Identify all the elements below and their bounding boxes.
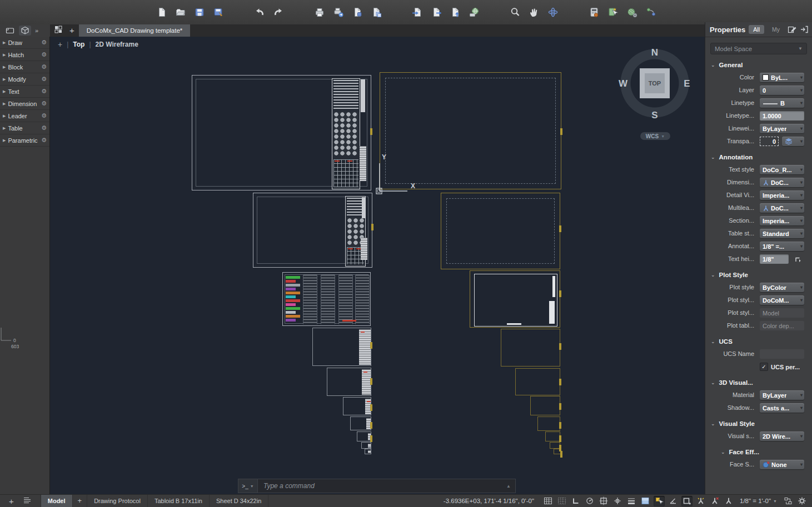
save-as-button[interactable]: [211, 4, 226, 20]
space-selector-dropdown[interactable]: Model Space ▼: [710, 43, 807, 54]
add-layout-tab-button[interactable]: +: [73, 495, 88, 507]
section-header-plot-style[interactable]: ⌄Plot Style: [705, 265, 812, 281]
layout-sheet[interactable]: [253, 193, 372, 268]
prop-dropdown[interactable]: DoC...▾: [760, 203, 804, 213]
drawing-tab[interactable]: DoCoMx_CAD Drawing template*: [79, 24, 191, 37]
prop-dropdown[interactable]: None▾: [760, 460, 804, 469]
gear-icon[interactable]: ⚙: [41, 63, 47, 71]
compass-north[interactable]: N: [650, 47, 660, 58]
gear-icon[interactable]: ⚙: [41, 88, 47, 95]
layout-sheet[interactable]: [515, 368, 560, 395]
otrack-icon[interactable]: [612, 496, 623, 506]
visual-style-control[interactable]: 2D Wireframe: [96, 41, 138, 48]
grid-icon[interactable]: [542, 496, 554, 506]
node-tool-button[interactable]: [644, 4, 658, 20]
anno-autoscale-icon[interactable]: [709, 496, 720, 506]
hatch-tool-button[interactable]: [625, 4, 639, 20]
prop-dropdown[interactable]: 1/8" =...▾: [760, 242, 804, 251]
section-header-face-eff-[interactable]: ⌄Face Eff...: [705, 443, 812, 458]
layout-sheet[interactable]: [441, 193, 560, 269]
modeling-view-icon[interactable]: [19, 26, 31, 36]
gear-icon[interactable]: ⚙: [41, 112, 47, 119]
isodraft-icon[interactable]: [667, 496, 679, 506]
gear-icon[interactable]: ⚙: [41, 51, 47, 58]
prop-input[interactable]: 1.0000: [760, 111, 804, 121]
layout-sheet[interactable]: [312, 328, 371, 366]
section-header-annotation[interactable]: ⌄Annotation: [705, 148, 812, 163]
viewport-name-control[interactable]: Top: [73, 41, 84, 48]
layout-sheet[interactable]: [350, 416, 371, 430]
gear-icon[interactable]: ⚙: [41, 76, 47, 83]
import-button[interactable]: [410, 4, 425, 20]
overflow-chevrons[interactable]: »: [35, 27, 38, 34]
pan-button[interactable]: [527, 4, 541, 20]
settings-gear-icon[interactable]: [796, 496, 808, 506]
gear-icon[interactable]: ⚙: [41, 124, 47, 132]
prop-input[interactable]: 1/8": [760, 254, 789, 264]
drawing-canvas[interactable]: + | Top | 2D Wireframe N W E S TOP WCS ▼…: [50, 37, 705, 494]
prop-dropdown[interactable]: Standard▾: [760, 229, 804, 238]
polar-icon[interactable]: [584, 496, 595, 506]
layout-tab-sheet-d-34x22in[interactable]: Sheet D 34x22in: [210, 495, 268, 507]
lineweight-icon[interactable]: [626, 496, 637, 506]
prop-checkbox-row[interactable]: ✓UCS per...: [760, 362, 810, 372]
collapse-panel-icon[interactable]: [800, 25, 809, 34]
plot-button[interactable]: [331, 4, 346, 20]
section-header-visual-style[interactable]: ⌄Visual Style: [705, 414, 812, 430]
ortho-icon[interactable]: [570, 496, 581, 506]
layout-sheet[interactable]: [282, 272, 371, 326]
undo-button[interactable]: [252, 4, 267, 20]
osnap-icon[interactable]: [598, 496, 609, 506]
print-button[interactable]: [312, 4, 327, 20]
layout-tab-drawing-protocol[interactable]: Drawing Protocol: [87, 495, 148, 507]
gear-icon[interactable]: ⚙: [41, 137, 47, 144]
prop-dropdown[interactable]: ByLayer▾: [760, 390, 804, 400]
sidebar-item-text[interactable]: ▶Text⚙: [0, 86, 49, 98]
prop-dropdown[interactable]: B▾: [760, 98, 804, 108]
section-header-3d-visual-[interactable]: ⌄3D Visual...: [705, 373, 812, 389]
prop-dropdown[interactable]: 0▾: [760, 86, 804, 95]
open-file-button[interactable]: [173, 4, 188, 20]
layout-tab-tabloid-b-17x11in[interactable]: Tabloid B 17x11in: [148, 495, 210, 507]
section-header-ucs[interactable]: ⌄UCS: [705, 332, 812, 348]
dynamic-ucs-icon[interactable]: [681, 496, 693, 506]
layout-sheet[interactable]: [530, 396, 560, 415]
layout-sheet[interactable]: [192, 75, 371, 190]
eplot-web-button[interactable]: [467, 4, 481, 20]
layout-sheet[interactable]: [470, 270, 560, 328]
sidebar-item-modify[interactable]: ▶Modify⚙: [0, 73, 49, 86]
new-file-button[interactable]: [155, 4, 169, 20]
prop-dropdown[interactable]: DoC...▾: [760, 178, 804, 187]
layout-grid-icon[interactable]: [54, 25, 63, 36]
publish-button[interactable]: [448, 4, 462, 20]
layout-sheet[interactable]: [343, 397, 371, 415]
checkbox-icon[interactable]: ✓: [760, 363, 768, 371]
layout-tab-model[interactable]: Model: [41, 495, 73, 507]
sidebar-item-leader[interactable]: ▶Leader⚙: [0, 110, 49, 122]
layout-sheet[interactable]: [361, 442, 371, 449]
prop-dropdown[interactable]: DoCoM...▾: [760, 295, 804, 305]
compass-east[interactable]: E: [682, 78, 692, 89]
layout-sheet[interactable]: [545, 431, 560, 441]
layout-sheet[interactable]: [550, 442, 560, 449]
prop-dropdown[interactable]: DoCo_R...▾: [760, 165, 804, 174]
edit-properties-icon[interactable]: [788, 25, 796, 34]
orbit-button[interactable]: [546, 4, 560, 20]
sidebar-item-table[interactable]: ▶Table⚙: [0, 122, 49, 134]
layout-sheet[interactable]: [327, 368, 371, 396]
anno-scale-icon[interactable]: [723, 496, 734, 506]
prop-input[interactable]: [760, 349, 804, 359]
layout-sheet[interactable]: [357, 431, 371, 441]
zoom-button[interactable]: [508, 4, 522, 20]
gear-icon[interactable]: ⚙: [41, 39, 47, 46]
layout-list-icon[interactable]: [23, 495, 32, 506]
prop-dropdown[interactable]: ByL...▾: [760, 73, 804, 82]
layout-sheet[interactable]: [365, 449, 371, 454]
layout-sheet[interactable]: [537, 416, 560, 431]
command-input[interactable]: Type a command: [258, 482, 506, 490]
workspace-icon[interactable]: [783, 496, 794, 506]
annotation-scale-dropdown[interactable]: 1/8" = 1'-0" ▼: [740, 498, 777, 504]
redo-button[interactable]: [271, 4, 286, 20]
export-button[interactable]: [429, 4, 444, 20]
filter-my-button[interactable]: My: [768, 25, 784, 34]
